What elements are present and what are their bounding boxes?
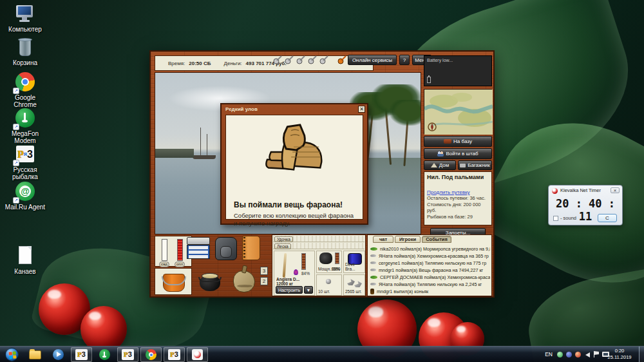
document-icon [14, 246, 36, 267]
rod-capacity: 12000 кг [276, 281, 293, 286]
tray-hidden-icons[interactable] [557, 352, 563, 357]
extend-ticket-link[interactable]: Продлить путевку [427, 189, 489, 195]
dialog-body: Вы поймали вещь фараона! Соберите всю ко… [225, 115, 363, 220]
home-button[interactable]: Дом [424, 160, 456, 170]
enter-hq-button[interactable]: Войти в штаб [424, 148, 492, 159]
shortcut-arrow-icon: ↗ [13, 124, 19, 130]
line-selector-row[interactable]: Леска [273, 243, 365, 249]
rod-slot-icon[interactable] [285, 55, 294, 64]
reel-cell[interactable]: Мощн.: 180 89% [316, 251, 342, 273]
desktop-icon-chrome[interactable]: ↗ Google Chrome [3, 72, 48, 108]
tray-clock[interactable]: 0:20 25.11.2019 [603, 348, 636, 361]
rr3-icon: Р3 [168, 349, 180, 360]
start-button[interactable] [1, 347, 23, 362]
desktop-icon-megafon[interactable]: ↗ MegaFon Modem [3, 108, 48, 144]
volume-icon[interactable] [585, 352, 590, 357]
tune-button[interactable]: Настроить [276, 286, 303, 294]
rod-slot-icon[interactable] [296, 55, 306, 64]
sinker-cell[interactable]: 10 шт. [316, 274, 342, 296]
lure-icon [370, 254, 376, 257]
rare-catch-dialog: Редкий улов ✕ Вы поймали вещь фараона! С… [220, 103, 368, 225]
desktop-icon-rr3[interactable]: Ря3 ↗ Русская рыбалка [3, 144, 48, 180]
rod-slot-icon[interactable] [308, 55, 317, 64]
action-center-flag-icon[interactable] [594, 351, 599, 357]
bottle-icon [370, 289, 374, 294]
klevalka-timer-window: Klevalka Net Timer ✕ 20 : 40 : 11 - soun… [548, 185, 623, 225]
sack-icon[interactable] [232, 265, 256, 294]
hooks-cell[interactable]: 2565 шт. [343, 274, 365, 296]
bucket-panel[interactable] [155, 268, 192, 295]
lure-icon [370, 283, 376, 285]
tray-app-icon[interactable] [566, 352, 572, 357]
storage-badge[interactable]: 2 [260, 277, 268, 285]
line-cell[interactable]: Devil Bra... [343, 251, 365, 273]
help-button[interactable]: ? [399, 55, 410, 65]
to-base-button[interactable]: На базу [424, 136, 492, 147]
rod-dropdown-button[interactable]: ▼ [304, 286, 313, 294]
taskbar-media-player[interactable] [48, 347, 69, 362]
sound-label: - sound [560, 215, 576, 221]
rod-slot-icon[interactable] [319, 55, 329, 64]
home-icon [431, 163, 437, 167]
chat-message: nika2010 поймал(а) Мормиропса угревидног… [370, 245, 490, 252]
sinker-qty: 10 шт. [318, 289, 330, 294]
online-services-button[interactable]: Онлайн сервисы [348, 55, 397, 65]
rr3-icon: Ря3 ↗ [14, 144, 36, 165]
desktop-icon-mailru[interactable]: @ ↗ Mail.Ru Agent [3, 182, 48, 211]
rod-cell[interactable]: 84% Anglera D... 12000 кг Настроить ▼ [274, 251, 315, 296]
taskbar-chrome[interactable] [140, 347, 162, 362]
language-indicator[interactable]: EN [545, 351, 553, 357]
rr3-icon: Р3 [75, 349, 88, 360]
battery-icon [427, 77, 431, 83]
desktop-icon-recycle-bin[interactable]: Корзина [3, 37, 48, 66]
taskbar-rr3[interactable]: Р3 [71, 347, 92, 362]
rr3-icon: Р3 [122, 349, 134, 360]
journal-icon[interactable] [241, 236, 261, 260]
keepnet-gauge-label: сад [159, 262, 169, 267]
timer-close-icon[interactable]: ✕ [611, 187, 620, 193]
tacklebox-icon[interactable] [187, 237, 210, 259]
rod-tab[interactable]: Удочка [274, 236, 293, 242]
taskbar-rr3-2[interactable]: Р3 [117, 347, 138, 362]
trunk-button[interactable]: Багажник [458, 160, 492, 170]
map-image[interactable] [424, 89, 492, 134]
backpack-icon[interactable] [214, 236, 238, 262]
shoreline [155, 149, 194, 158]
chat-message: cergeyne1 поймал(а) Тиляпию нильскую на … [370, 260, 490, 266]
sphinx-image [258, 119, 334, 182]
reel-image [319, 252, 332, 264]
alarm-clock-icon [192, 349, 203, 360]
taskbar-explorer[interactable] [24, 347, 46, 362]
tab-events[interactable]: События [422, 236, 451, 243]
timer-title: Klevalka Net Timer [560, 187, 601, 193]
cauldron-icon[interactable] [198, 268, 222, 294]
line-tab[interactable]: Леска [274, 243, 291, 249]
shortcut-arrow-icon: ↗ [13, 160, 19, 166]
sound-checkbox[interactable] [553, 216, 558, 221]
close-icon[interactable]: ✕ [358, 106, 365, 113]
tray-mailru-icon[interactable] [575, 352, 581, 357]
dialog-heading: Вы поймали вещь фараона! [234, 200, 343, 209]
show-desktop-button[interactable] [639, 347, 644, 362]
game-window: Время: 20:50 СБ Деньги: 493 701 774 руб.… [149, 50, 495, 298]
tackle-panel: Удочка Леска 84% Anglera D... 12000 кг Н… [272, 234, 366, 296]
taskbar: Р3 Р3 Р3 EN [0, 346, 644, 362]
active-rod-icon[interactable] [337, 55, 347, 64]
tab-players[interactable]: Игроки [395, 236, 421, 243]
taskbar-megafon[interactable] [94, 347, 115, 362]
desktop-icon-document[interactable]: Канаев [3, 246, 48, 275]
hooks-qty: 2565 шт. [345, 289, 362, 294]
rod-selector-row[interactable]: Удочка [273, 236, 365, 242]
timer-c-button[interactable]: C [598, 214, 617, 222]
storage-badge[interactable]: 3 [260, 267, 268, 275]
taskbar-rr3-3[interactable]: Р3 [164, 347, 185, 362]
chat-message: СЕРГЕЙ ДОСМАЕВ поймал(а) Хемихромиса-кра… [370, 274, 490, 280]
sinker-image [326, 279, 331, 284]
reel-wear-gauge [335, 252, 339, 264]
rod-slot-icon[interactable] [273, 55, 283, 64]
chrome-icon: ↗ [14, 72, 36, 93]
desktop-icon-computer[interactable]: Компьютер [3, 4, 48, 33]
taskbar-klevalka[interactable] [187, 347, 208, 362]
chat-message: ЯНата поймал(а) Хемихромиса-красавца на … [370, 252, 490, 259]
tab-chat[interactable]: чат [373, 236, 393, 243]
